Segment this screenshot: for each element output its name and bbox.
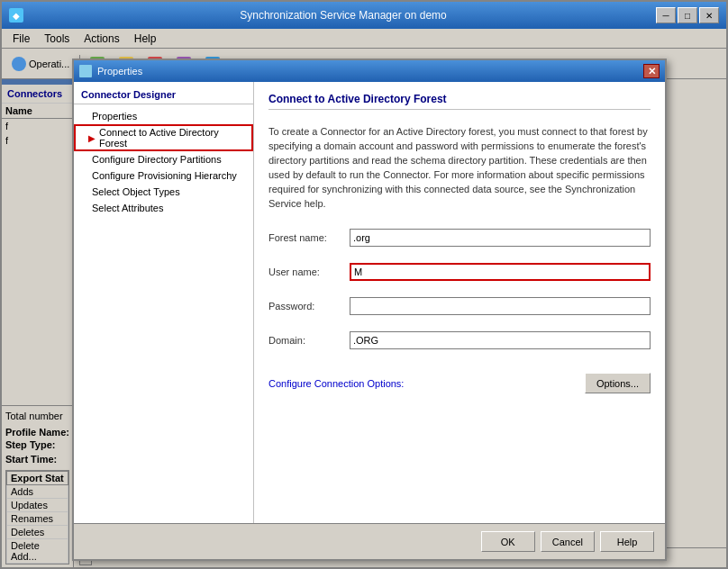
start-time-label: Start Time:: [5, 454, 57, 465]
total-number: Total number: [5, 409, 69, 423]
export-table-container: Export Stat Adds Updates Renames Deletes…: [5, 470, 69, 564]
domain-input[interactable]: [350, 331, 651, 349]
export-header: Export Stat: [7, 472, 68, 485]
username-label: User name:: [268, 266, 350, 277]
nav-item-properties[interactable]: Properties: [74, 108, 253, 124]
window-title: Synchronization Service Manager on demo: [31, 9, 656, 22]
forest-name-input[interactable]: [350, 229, 651, 247]
properties-dialog: Properties ✕ Connector Designer Properti…: [72, 59, 667, 561]
step-type-label: Step Type:: [5, 439, 55, 450]
dialog-close-button[interactable]: ✕: [643, 64, 660, 78]
connector-col-header: Name: [2, 104, 73, 119]
help-button[interactable]: Help: [600, 531, 654, 552]
menu-help[interactable]: Help: [127, 31, 164, 47]
menu-actions[interactable]: Actions: [77, 31, 126, 47]
list-item: Updates: [7, 499, 68, 512]
forest-name-row: Forest name:: [268, 229, 651, 247]
dialog-nav: Connector Designer Properties ▶ Connect …: [74, 82, 254, 523]
menu-bar: File Tools Actions Help: [2, 29, 726, 49]
list-item: Adds: [7, 485, 68, 499]
password-input[interactable]: [350, 297, 651, 315]
list-item[interactable]: f: [2, 119, 73, 133]
list-item: Delete Add...: [7, 539, 68, 564]
left-panel: Connectors Name f f Total number Profile…: [2, 79, 74, 567]
nav-item-attributes[interactable]: Select Attributes: [74, 200, 253, 216]
dialog-nav-header: Connector Designer: [74, 86, 253, 104]
nav-item-prov-hierarchy[interactable]: Configure Provisioning Hierarchy: [74, 167, 253, 184]
configure-connection-link[interactable]: Configure Connection Options:: [268, 378, 404, 389]
description-text: To create a Connector for an Active Dire…: [268, 124, 651, 211]
operations-btn[interactable]: Operati...: [5, 52, 76, 76]
dialog-body: Connector Designer Properties ▶ Connect …: [74, 82, 665, 523]
nav-item-label: Properties: [92, 111, 137, 122]
total-number-label: Total number: [5, 411, 63, 421]
dialog-title: Properties: [97, 66, 643, 77]
dialog-icon: [79, 65, 92, 77]
menu-tools[interactable]: Tools: [37, 31, 77, 47]
domain-row: Domain:: [268, 331, 651, 349]
bottom-status-panel: Total number Profile Name: Step Type: St…: [2, 405, 73, 567]
nav-item-label: Select Attributes: [92, 203, 164, 213]
cancel-button[interactable]: Cancel: [541, 531, 595, 552]
password-label: Password:: [268, 301, 350, 312]
minimize-button[interactable]: ─: [656, 7, 676, 23]
nav-item-label: Configure Provisioning Hierarchy: [92, 170, 237, 181]
dialog-footer: OK Cancel Help: [74, 523, 665, 559]
step-type-row: Step Type:: [5, 438, 69, 452]
nav-item-label: Configure Directory Partitions: [92, 154, 222, 165]
username-row: User name:: [268, 263, 651, 281]
nav-item-dir-partitions[interactable]: Configure Directory Partitions: [74, 151, 253, 167]
forest-name-label: Forest name:: [268, 232, 350, 243]
connectors-label: Connectors: [2, 85, 73, 104]
profile-name-label: Profile Name:: [5, 427, 69, 438]
menu-file[interactable]: File: [5, 31, 37, 47]
configure-row: Configure Connection Options: Options...: [268, 373, 651, 393]
username-input[interactable]: [350, 263, 651, 281]
operations-label: Operati...: [29, 59, 69, 69]
list-item: Deletes: [7, 526, 68, 539]
start-time-row: Start Time:: [5, 452, 69, 466]
export-table: Export Stat Adds Updates Renames Deletes…: [6, 471, 68, 564]
nav-item-object-types[interactable]: Select Object Types: [74, 184, 253, 200]
nav-item-label: Connect to Active Directory Forest: [99, 127, 239, 149]
dialog-content: Connect to Active Directory Forest To cr…: [254, 82, 665, 523]
nav-arrow-icon: ▶: [88, 133, 96, 143]
nav-item-connect[interactable]: ▶ Connect to Active Directory Forest: [74, 124, 253, 151]
operations-icon: [12, 57, 26, 71]
profile-name-row: Profile Name:: [5, 427, 69, 438]
list-item: Renames: [7, 512, 68, 526]
domain-label: Domain:: [268, 335, 350, 346]
connector-list: f f: [2, 119, 73, 405]
close-button[interactable]: ✕: [699, 7, 719, 23]
maximize-button[interactable]: □: [678, 7, 697, 23]
title-bar-buttons: ─ □ ✕: [656, 7, 719, 23]
password-row: Password:: [268, 297, 651, 315]
options-button[interactable]: Options...: [585, 373, 651, 393]
title-bar: ◆ Synchronization Service Manager on dem…: [2, 2, 726, 29]
content-section-title: Connect to Active Directory Forest: [268, 93, 651, 110]
app-icon: ◆: [9, 8, 23, 23]
dialog-title-bar: Properties ✕: [74, 60, 665, 82]
ok-button[interactable]: OK: [481, 531, 535, 552]
nav-item-label: Select Object Types: [92, 186, 180, 197]
list-item[interactable]: f: [2, 133, 73, 148]
